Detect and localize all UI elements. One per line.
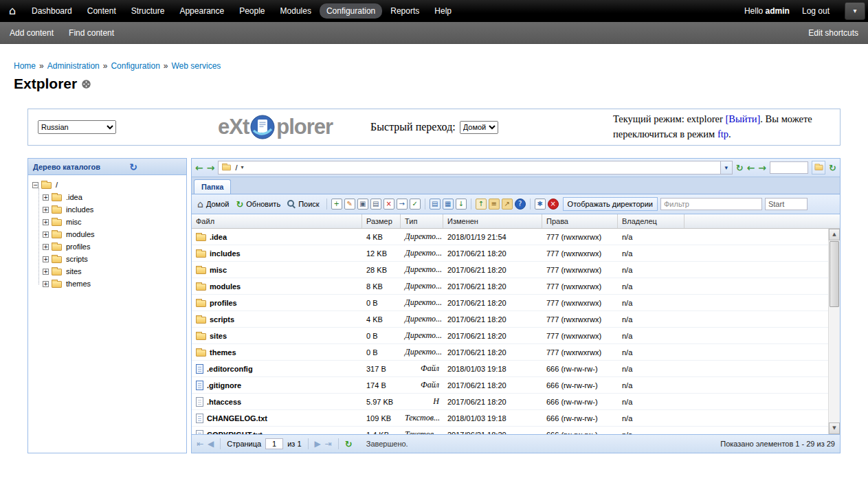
file-row[interactable]: modules8 KBДиректо...2017/06/21 18:20777… xyxy=(192,278,828,295)
file-row[interactable]: scripts4 KBДиректо...2017/06/21 18:20777… xyxy=(192,311,828,328)
logout-icon[interactable]: × xyxy=(548,199,559,210)
help-icon[interactable]: ? xyxy=(515,199,526,210)
archive-icon[interactable]: ≡ xyxy=(489,199,500,210)
column-header[interactable]: Тип xyxy=(401,214,443,228)
scrollbar-thumb[interactable] xyxy=(830,241,839,307)
first-page-icon[interactable]: ⇤ xyxy=(197,440,203,448)
admin-nav-item[interactable]: Appearance xyxy=(173,3,231,19)
prev-page-icon[interactable]: ◀ xyxy=(208,440,214,448)
view-details-icon[interactable]: ▤ xyxy=(430,199,441,210)
view-icons-icon[interactable]: ▦ xyxy=(443,199,454,210)
admin-nav-item[interactable]: Content xyxy=(80,3,123,19)
admin-nav-item[interactable]: Structure xyxy=(124,3,172,19)
scroll-up-icon[interactable]: ▲ xyxy=(829,229,840,240)
shortcut-item[interactable]: Add content xyxy=(10,28,54,38)
language-select[interactable]: Russian xyxy=(38,120,116,134)
home-icon[interactable]: ⌂ xyxy=(0,5,25,16)
combo-trigger-icon[interactable]: ▾ xyxy=(720,161,732,174)
path-combo[interactable]: / ▾ ▾ xyxy=(218,161,732,174)
admin-nav-item[interactable]: People xyxy=(232,3,271,19)
breadcrumb-link[interactable]: Web services xyxy=(172,61,221,71)
breadcrumb-link[interactable]: Administration xyxy=(47,61,100,71)
file-row[interactable]: .gitignore174 ВФайл2017/06/21 18:20666 (… xyxy=(192,377,828,394)
copy-icon[interactable]: ▣ xyxy=(357,199,368,210)
admin-nav-item[interactable]: Configuration xyxy=(320,3,382,19)
expand-icon[interactable]: + xyxy=(43,256,49,262)
search-button[interactable]: Поиск xyxy=(285,199,321,210)
tree-node[interactable]: +themes xyxy=(43,278,182,290)
delete-icon[interactable]: × xyxy=(383,199,394,210)
column-header[interactable]: Файл xyxy=(192,214,362,228)
scroll-down-icon[interactable]: ▼ xyxy=(829,422,840,434)
extract-icon[interactable]: ↗ xyxy=(502,199,513,210)
column-header[interactable]: Права xyxy=(542,214,618,228)
quick-jump-select[interactable]: Домой xyxy=(460,121,498,134)
tree-node[interactable]: +modules xyxy=(43,228,182,240)
tree-node[interactable]: +.idea xyxy=(43,191,182,203)
tab-folder[interactable]: Папка xyxy=(194,179,231,194)
tree-root-node[interactable]: − / xyxy=(32,179,182,191)
paste-icon[interactable]: ▤ xyxy=(370,199,381,210)
tree-node[interactable]: +misc xyxy=(43,216,182,228)
column-header[interactable]: Изменен xyxy=(443,214,542,228)
admin-nav-item[interactable]: Modules xyxy=(274,3,318,19)
next-page-icon[interactable]: ▶ xyxy=(315,440,321,448)
column-header[interactable]: Владелец xyxy=(618,214,685,228)
toolbar-toggle-button[interactable]: ▾ xyxy=(845,2,865,20)
back-icon[interactable]: ← xyxy=(195,163,203,172)
admin-nav-item[interactable]: Dashboard xyxy=(25,3,79,19)
configure-icon[interactable] xyxy=(82,80,91,89)
breadcrumb-link[interactable]: Configuration xyxy=(111,61,159,71)
file-row[interactable]: misc28 KBДиректо...2017/06/21 18:20777 (… xyxy=(192,262,828,278)
reload-icon[interactable]: ↻ xyxy=(736,163,744,172)
vertical-scrollbar[interactable]: ▲ ▼ xyxy=(828,229,840,434)
tree-refresh-icon[interactable]: ↻ xyxy=(129,162,137,172)
expand-icon[interactable]: + xyxy=(43,232,49,238)
exit-link[interactable]: [Выйти] xyxy=(725,113,760,124)
edit-file-icon[interactable]: ✎ xyxy=(344,199,355,210)
expand-icon[interactable]: + xyxy=(43,219,49,225)
collapse-icon[interactable]: − xyxy=(32,182,38,188)
select-directory-button[interactable] xyxy=(812,161,825,174)
page-input[interactable] xyxy=(265,438,283,449)
logout-link[interactable]: Log out xyxy=(802,6,830,16)
filter-input[interactable] xyxy=(660,198,762,210)
expand-icon[interactable]: + xyxy=(43,207,49,213)
move-icon[interactable]: → xyxy=(397,199,408,210)
new-file-icon[interactable]: + xyxy=(331,199,342,210)
refresh-icon[interactable]: ↻ xyxy=(829,163,836,172)
column-header[interactable]: Размер xyxy=(362,214,401,228)
tree-node[interactable]: +profiles xyxy=(43,240,182,253)
file-row[interactable]: COPYRIGHT.txt1.4 KBТекстов...2017/06/21 … xyxy=(192,427,828,434)
admin-nav-item[interactable]: Reports xyxy=(383,3,426,19)
refresh-button[interactable]: ↻Обновить xyxy=(234,199,282,210)
admin-icon[interactable]: ✱ xyxy=(535,199,546,210)
upload-icon[interactable]: ↑ xyxy=(476,199,487,210)
download-icon[interactable]: ↓ xyxy=(456,199,467,210)
tree-node[interactable]: +scripts xyxy=(43,253,182,265)
forward-icon[interactable]: → xyxy=(207,163,215,172)
file-row[interactable]: .htaccess5.97 KBН2017/06/21 18:20666 (rw… xyxy=(192,394,828,410)
tree-node[interactable]: +includes xyxy=(43,203,182,216)
start-input[interactable] xyxy=(765,198,808,210)
ftp-link[interactable]: ftp xyxy=(717,128,728,139)
file-row[interactable]: themes0 ВДиректо...2017/06/21 18:20777 (… xyxy=(192,344,828,361)
breadcrumb-link[interactable]: Home xyxy=(14,61,36,71)
edit-shortcuts-link[interactable]: Edit shortcuts xyxy=(808,28,858,38)
expand-icon[interactable]: + xyxy=(43,269,49,275)
refresh-icon[interactable]: ↻ xyxy=(345,440,353,449)
expand-icon[interactable]: + xyxy=(43,281,49,287)
admin-nav-item[interactable]: Help xyxy=(427,3,458,19)
file-row[interactable]: sites0 ВДиректо...2017/06/21 18:20777 (r… xyxy=(192,328,828,344)
home-button[interactable]: ⌂Домой xyxy=(195,198,231,210)
file-row[interactable]: CHANGELOG.txt109 KBТекстов...2018/01/03 … xyxy=(192,410,828,427)
expand-icon[interactable]: + xyxy=(43,194,49,201)
chmod-icon[interactable]: ✓ xyxy=(410,199,421,210)
tree-node[interactable]: +sites xyxy=(43,265,182,278)
last-page-icon[interactable]: ⇥ xyxy=(325,440,332,448)
history-forward-icon[interactable]: → xyxy=(758,163,766,172)
file-row[interactable]: includes12 KBДиректо...2017/06/21 18:207… xyxy=(192,245,828,262)
path-input[interactable] xyxy=(770,161,808,174)
file-row[interactable]: .idea4 KBДиректо...2018/01/19 21:54777 (… xyxy=(192,229,828,245)
shortcut-item[interactable]: Find content xyxy=(69,28,114,38)
